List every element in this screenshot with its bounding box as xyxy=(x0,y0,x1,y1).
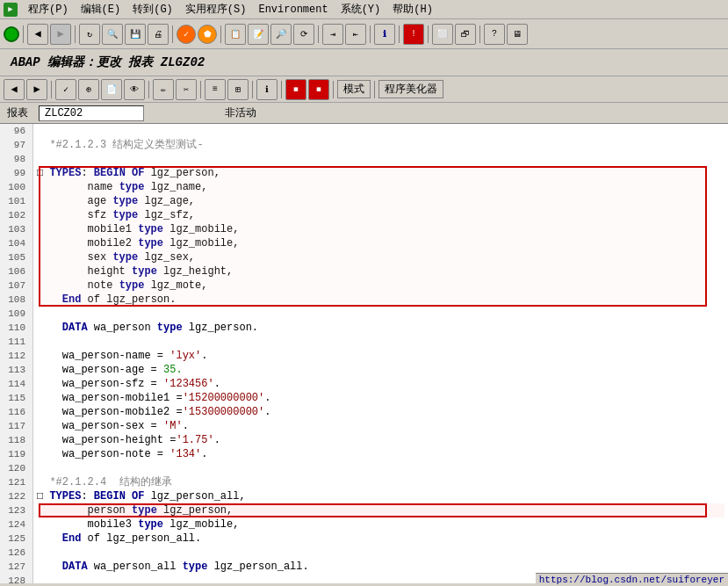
code-check-btn[interactable]: ✓ xyxy=(55,79,76,100)
editor-container: 9697989910010110210310410510610710810911… xyxy=(0,124,728,583)
activate-btn[interactable]: ⬟ xyxy=(198,25,217,44)
find-btn[interactable]: 🔎 xyxy=(270,24,292,45)
red-btn[interactable]: ! xyxy=(403,24,424,45)
forward-btn[interactable]: ▶ xyxy=(50,24,71,45)
menu-edit[interactable]: 编辑(E) xyxy=(76,0,126,18)
menu-program[interactable]: 程序(P) xyxy=(23,0,74,18)
status-label: 非活动 xyxy=(225,105,256,120)
nav-back-btn[interactable]: ◀ xyxy=(4,79,25,100)
code-line xyxy=(37,307,724,321)
red-icon-btn[interactable]: ◼ xyxy=(285,79,306,100)
code-line: note type lgz_mote, xyxy=(37,279,724,293)
nav-fwd-btn[interactable]: ▶ xyxy=(26,79,47,100)
where-used-btn[interactable]: ⊕ xyxy=(78,79,99,100)
code-line: mobile3 type lgz_mobile, xyxy=(37,517,724,532)
display-btn[interactable]: 👁 xyxy=(124,79,145,100)
menu-bar: ▶ 程序(P) 编辑(E) 转到(G) 实用程序(S) Environment … xyxy=(0,0,728,19)
menu-goto[interactable]: 转到(G) xyxy=(127,0,178,18)
code-line: name type lgz_name, xyxy=(37,180,724,194)
code-line: wa_person-sfz = '123456'. xyxy=(37,377,724,391)
code-line: End of lgz_person. xyxy=(37,293,724,307)
print-btn[interactable]: 🖨 xyxy=(148,24,169,45)
code-line: person type lgz_person, xyxy=(37,503,724,517)
code-area[interactable]: *#2.1.2.3 结构定义类型测试- □ TYPES: BEGIN OF lg… xyxy=(33,124,728,583)
code-line xyxy=(37,335,724,349)
indent-btn[interactable]: ⇥ xyxy=(322,24,343,45)
format-btn[interactable]: ≡ xyxy=(205,79,226,100)
menu-help[interactable]: 帮助(H) xyxy=(387,0,438,18)
code-line: DATA wa_person_all type lgz_person_all. xyxy=(37,560,724,574)
code-line: □ TYPES: BEGIN OF lgz_person_all, xyxy=(37,489,724,503)
code-line: *#2.1.2.4 结构的继承 xyxy=(37,475,724,489)
report-value: ZLCZ02 xyxy=(39,105,144,121)
expand-btn[interactable]: ⬜ xyxy=(432,24,453,45)
menu-environment[interactable]: Environment xyxy=(253,2,333,18)
collapse-btn[interactable]: 🗗 xyxy=(455,24,476,45)
toolbar-main: ◀ ▶ ↻ 🔍 💾 🖨 ✓ ⬟ 📋 📝 🔎 ⟳ ⇥ ⇤ ℹ ! ⬜ 🗗 ? 🖥 xyxy=(0,19,728,49)
status-bar: https://blog.csdn.net/suiforeyer xyxy=(536,573,728,586)
code-line: DATA wa_person type lgz_person. xyxy=(37,321,724,335)
info-btn[interactable]: ℹ xyxy=(374,24,395,45)
code-line: End of lgz_person_all. xyxy=(37,532,724,546)
code-line xyxy=(37,461,724,475)
report-label: 报表 xyxy=(7,105,28,120)
app-icon: ▶ xyxy=(4,3,18,17)
code-line: sex type lgz_sex, xyxy=(37,250,724,264)
template-btn[interactable]: 📄 xyxy=(101,79,122,100)
line-numbers: 9697989910010110210310410510610710810911… xyxy=(0,124,33,583)
code-line: wa_person-name = 'lyx'. xyxy=(37,349,724,363)
title-bar: ABAP 编辑器：更改 报表 ZLGZ02 xyxy=(0,49,728,76)
code-line: wa_person-mobile2 ='15300000000'. xyxy=(37,405,724,419)
help2-btn[interactable]: ? xyxy=(484,24,505,45)
check-btn[interactable]: ✓ xyxy=(177,25,196,44)
search-btn[interactable]: 🔍 xyxy=(102,24,123,45)
replace-btn[interactable]: ⟳ xyxy=(293,24,314,45)
code-line: height type lgz_height, xyxy=(37,264,724,279)
save-btn[interactable]: 💾 xyxy=(125,24,146,45)
code-line xyxy=(37,152,724,166)
page-title: ABAP 编辑器：更改 报表 ZLGZ02 xyxy=(11,55,205,69)
toolbar-secondary: ◀ ▶ ✓ ⊕ 📄 👁 ✏ ✂ ≡ ⊞ ℹ ◼ ◼ 模式 程序美化器 xyxy=(0,76,728,103)
code-line: wa_person-height ='1.75'. xyxy=(37,433,724,447)
code-line: age type lgz_age, xyxy=(37,194,724,208)
code-line: wa_person-note = '134'. xyxy=(37,447,724,461)
back-btn[interactable]: ◀ xyxy=(27,24,48,45)
copy-btn[interactable]: 📋 xyxy=(225,24,246,45)
monitor-btn[interactable]: 🖥 xyxy=(507,24,528,45)
block-btn[interactable]: ✏ xyxy=(153,79,174,100)
code-line xyxy=(37,546,724,560)
code-line: *#2.1.2.3 结构定义类型测试- xyxy=(37,138,724,152)
code-line: □ TYPES: BEGIN OF lgz_person, xyxy=(37,166,724,180)
refresh-btn[interactable]: ↻ xyxy=(79,24,100,45)
execute-button[interactable] xyxy=(4,26,19,42)
red-icon2-btn[interactable]: ◼ xyxy=(308,79,329,100)
info-bar: 报表 ZLCZ02 非活动 xyxy=(0,103,728,124)
properties-btn[interactable]: ℹ xyxy=(256,79,278,100)
menu-utilities[interactable]: 实用程序(S) xyxy=(180,0,252,18)
mode-button[interactable]: 模式 xyxy=(337,80,371,98)
unindent-btn[interactable]: ⇤ xyxy=(345,24,366,45)
code-line xyxy=(37,124,724,138)
code-line: wa_person-mobile1 ='15200000000'. xyxy=(37,391,724,405)
format2-btn[interactable]: ⊞ xyxy=(227,79,249,100)
paste-btn[interactable]: 📝 xyxy=(248,24,269,45)
code-line: wa_person-sex = 'M'. xyxy=(37,419,724,433)
menu-system[interactable]: 系统(Y) xyxy=(335,0,386,18)
cut-btn[interactable]: ✂ xyxy=(176,79,197,100)
code-line: mobile2 type lgz_mobile, xyxy=(37,236,724,250)
code-line: sfz type lgz_sfz, xyxy=(37,208,724,222)
code-line: wa_person-age = 35. xyxy=(37,363,724,377)
beautify-button[interactable]: 程序美化器 xyxy=(378,80,443,98)
status-url: https://blog.csdn.net/suiforeyer xyxy=(539,575,724,585)
code-line: mobile1 type lgz_mobile, xyxy=(37,222,724,236)
